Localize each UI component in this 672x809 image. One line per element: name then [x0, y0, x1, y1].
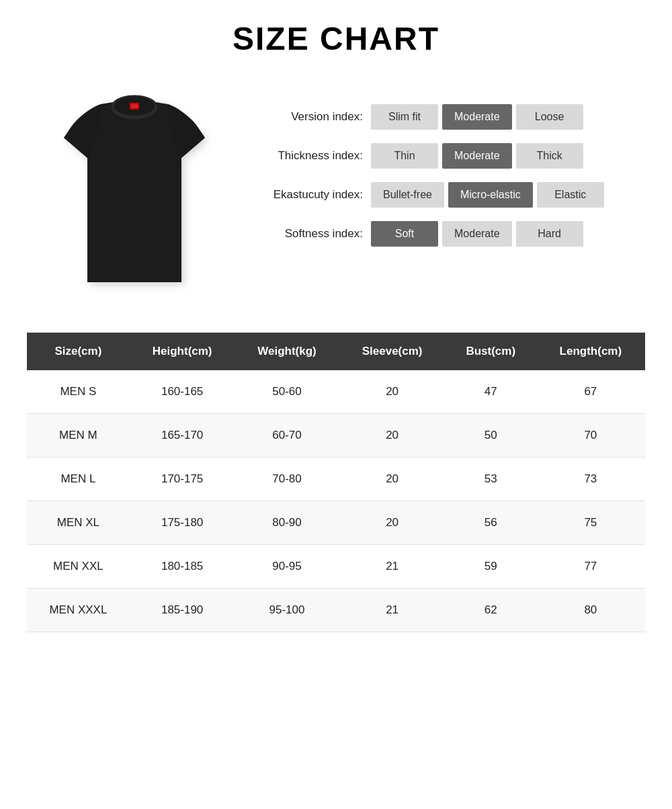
- table-cell-4-1: 180-185: [130, 545, 235, 589]
- badge-2-0: Bullet-free: [371, 182, 444, 208]
- table-header-2: Weight(kg): [235, 333, 339, 370]
- table-cell-2-5: 73: [536, 458, 645, 501]
- index-row-1: Thickness index:ThinModerateThick: [255, 143, 645, 169]
- index-badges-2: Bullet-freeMicro-elasticElastic: [371, 182, 604, 208]
- table-header-5: Length(cm): [536, 333, 645, 370]
- table-cell-2-0: MEN L: [27, 458, 130, 501]
- table-cell-1-2: 60-70: [235, 414, 339, 458]
- svg-rect-3: [131, 104, 138, 108]
- table-cell-0-4: 47: [446, 370, 536, 414]
- badge-2-1: Micro-elastic: [448, 182, 533, 208]
- table-cell-1-1: 165-170: [130, 414, 235, 458]
- table-cell-2-2: 70-80: [235, 458, 339, 501]
- table-cell-5-0: MEN XXXL: [27, 589, 130, 632]
- badge-2-2: Elastic: [537, 182, 604, 208]
- index-badges-3: SoftModerateHard: [371, 221, 583, 247]
- table-cell-1-0: MEN M: [27, 414, 130, 458]
- badge-0-0: Slim fit: [371, 104, 438, 130]
- table-row: MEN XXL180-18590-95215977: [27, 545, 645, 589]
- size-table-wrapper: Size(cm)Height(cm)Weight(kg)Sleeve(cm)Bu…: [27, 333, 645, 632]
- table-cell-3-2: 80-90: [235, 501, 339, 545]
- table-row: MEN M165-17060-70205070: [27, 414, 645, 458]
- index-label-3: Softness index:: [255, 227, 363, 241]
- table-cell-4-0: MEN XXL: [27, 545, 130, 589]
- badge-0-1: Moderate: [442, 104, 512, 130]
- index-section: Version index:Slim fitModerateLooseThick…: [255, 84, 645, 247]
- table-row: MEN S160-16550-60204767: [27, 370, 645, 414]
- table-cell-4-4: 59: [446, 545, 536, 589]
- table-cell-3-4: 56: [446, 501, 536, 545]
- table-cell-0-5: 67: [536, 370, 645, 414]
- table-row: MEN L170-17570-80205373: [27, 458, 645, 501]
- table-header-0: Size(cm): [27, 333, 130, 370]
- table-row: MEN XL175-18080-90205675: [27, 501, 645, 545]
- table-cell-2-1: 170-175: [130, 458, 235, 501]
- table-cell-1-3: 20: [339, 414, 446, 458]
- table-cell-0-0: MEN S: [27, 370, 130, 414]
- table-cell-5-4: 62: [446, 589, 536, 632]
- table-cell-0-2: 50-60: [235, 370, 339, 414]
- index-badges-1: ThinModerateThick: [371, 143, 583, 169]
- index-badges-0: Slim fitModerateLoose: [371, 104, 583, 130]
- top-section: Version index:Slim fitModerateLooseThick…: [27, 84, 645, 299]
- table-cell-3-0: MEN XL: [27, 501, 130, 545]
- badge-1-1: Moderate: [442, 143, 512, 169]
- badge-0-2: Loose: [516, 104, 583, 130]
- table-cell-2-3: 20: [339, 458, 446, 501]
- tshirt-image: [27, 84, 242, 299]
- table-row: MEN XXXL185-19095-100216280: [27, 589, 645, 632]
- badge-3-2: Hard: [516, 221, 583, 247]
- table-cell-2-4: 53: [446, 458, 536, 501]
- table-cell-4-5: 77: [536, 545, 645, 589]
- table-cell-5-5: 80: [536, 589, 645, 632]
- table-cell-4-3: 21: [339, 545, 446, 589]
- table-cell-0-3: 20: [339, 370, 446, 414]
- table-header-4: Bust(cm): [446, 333, 536, 370]
- table-cell-5-2: 95-100: [235, 589, 339, 632]
- size-table: Size(cm)Height(cm)Weight(kg)Sleeve(cm)Bu…: [27, 333, 645, 632]
- table-cell-3-3: 20: [339, 501, 446, 545]
- table-cell-0-1: 160-165: [130, 370, 235, 414]
- badge-3-0: Soft: [371, 221, 438, 247]
- badge-1-0: Thin: [371, 143, 438, 169]
- table-header-1: Height(cm): [130, 333, 235, 370]
- page-title: SIZE CHART: [27, 20, 645, 57]
- table-cell-1-4: 50: [446, 414, 536, 458]
- index-row-3: Softness index:SoftModerateHard: [255, 221, 645, 247]
- table-cell-5-3: 21: [339, 589, 446, 632]
- index-row-2: Ekastucuty index:Bullet-freeMicro-elasti…: [255, 182, 645, 208]
- badge-1-2: Thick: [516, 143, 583, 169]
- table-cell-3-1: 175-180: [130, 501, 235, 545]
- index-label-0: Version index:: [255, 110, 363, 124]
- badge-3-1: Moderate: [442, 221, 512, 247]
- index-label-1: Thickness index:: [255, 149, 363, 163]
- table-cell-3-5: 75: [536, 501, 645, 545]
- index-row-0: Version index:Slim fitModerateLoose: [255, 104, 645, 130]
- table-header-3: Sleeve(cm): [339, 333, 446, 370]
- index-label-2: Ekastucuty index:: [255, 188, 363, 202]
- table-cell-5-1: 185-190: [130, 589, 235, 632]
- table-cell-4-2: 90-95: [235, 545, 339, 589]
- table-cell-1-5: 70: [536, 414, 645, 458]
